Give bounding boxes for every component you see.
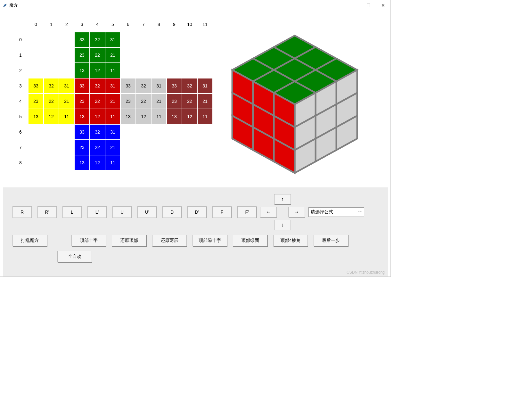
net-cell-left[interactable]: 31 (59, 78, 74, 93)
net-cell-right[interactable]: 11 (152, 109, 166, 124)
step-button-7[interactable]: 最后一步 (314, 235, 348, 246)
net-cell-bottom[interactable]: 32 (90, 125, 105, 139)
auto-solve-button[interactable]: 全自动 (57, 251, 92, 262)
net-cell-top[interactable]: 12 (90, 63, 105, 78)
step-button-0[interactable]: 打乱魔方 (12, 235, 47, 246)
rotate-down-button[interactable]: ↓ (274, 220, 291, 230)
net-cell-back[interactable]: 21 (198, 94, 212, 109)
grid-header: 2 (59, 17, 74, 32)
grid-header: 1 (44, 17, 59, 32)
grid-header (136, 125, 151, 139)
net-cell-left[interactable]: 22 (44, 94, 59, 109)
step-button-6[interactable]: 顶部4棱角 (273, 235, 308, 246)
move-F-button[interactable]: F (212, 206, 232, 218)
net-cell-back[interactable]: 23 (167, 94, 182, 109)
grid-header (182, 32, 197, 47)
watermark: CSDN @zhouzhurong (347, 270, 385, 275)
net-cell-front[interactable]: 13 (75, 109, 89, 124)
rotate-left-button[interactable]: ← (260, 207, 277, 217)
rotation-dpad: ↑ ← → ↓ (262, 194, 303, 230)
net-cell-top[interactable]: 11 (105, 63, 120, 78)
move-U-button[interactable]: U (112, 206, 132, 218)
net-cell-top[interactable]: 23 (75, 48, 89, 62)
net-cell-right[interactable]: 31 (152, 78, 166, 93)
grid-header: 10 (182, 17, 197, 32)
net-cell-back[interactable]: 12 (182, 109, 197, 124)
net-cell-right[interactable]: 32 (136, 78, 151, 93)
net-cell-back[interactable]: 33 (167, 78, 182, 93)
net-cell-front[interactable]: 21 (105, 94, 120, 109)
grid-header (136, 63, 151, 78)
net-cell-front[interactable]: 22 (90, 94, 105, 109)
net-cell-back[interactable]: 31 (198, 78, 212, 93)
net-cell-back[interactable]: 13 (167, 109, 182, 124)
grid-header (121, 155, 135, 170)
net-cell-bottom[interactable]: 31 (105, 125, 120, 139)
grid-header (182, 155, 197, 170)
grid-header (136, 48, 151, 62)
net-cell-bottom[interactable]: 23 (75, 140, 89, 155)
net-cell-top[interactable]: 21 (105, 48, 120, 62)
net-cell-top[interactable]: 31 (105, 32, 120, 47)
net-cell-back[interactable]: 22 (182, 94, 197, 109)
net-cell-left[interactable]: 11 (59, 109, 74, 124)
net-cell-bottom[interactable]: 12 (90, 155, 105, 170)
grid-header: 4 (90, 17, 105, 32)
step-button-3[interactable]: 还原两层 (152, 235, 187, 246)
move-D-button[interactable]: D (162, 206, 182, 218)
step-button-1[interactable]: 顶部十字 (71, 235, 106, 246)
net-cell-front[interactable]: 31 (105, 78, 120, 93)
move-R-button[interactable]: R (12, 206, 32, 218)
net-cell-bottom[interactable]: 11 (105, 155, 120, 170)
move-Uprime-button[interactable]: U' (137, 206, 157, 218)
minimize-button[interactable]: — (346, 0, 361, 11)
grid-header (167, 140, 182, 155)
step-button-2[interactable]: 还原顶部 (112, 235, 146, 246)
net-cell-back[interactable]: 32 (182, 78, 197, 93)
move-Dprime-button[interactable]: D' (187, 206, 207, 218)
net-cell-right[interactable]: 13 (121, 109, 135, 124)
net-cell-bottom[interactable]: 21 (105, 140, 120, 155)
net-cell-left[interactable]: 23 (29, 94, 43, 109)
net-cell-top[interactable]: 32 (90, 32, 105, 47)
net-cell-top[interactable]: 13 (75, 63, 89, 78)
grid-header (59, 125, 74, 139)
move-Rprime-button[interactable]: R' (37, 206, 57, 218)
move-Lprime-button[interactable]: L' (87, 206, 107, 218)
net-cell-front[interactable]: 11 (105, 109, 120, 124)
net-cell-left[interactable]: 33 (29, 78, 43, 93)
net-cell-left[interactable]: 32 (44, 78, 59, 93)
net-cell-left[interactable]: 21 (59, 94, 74, 109)
maximize-button[interactable]: ☐ (361, 0, 376, 11)
net-cell-left[interactable]: 12 (44, 109, 59, 124)
net-cell-top[interactable]: 33 (75, 32, 89, 47)
grid-header (198, 125, 212, 139)
net-cell-right[interactable]: 22 (136, 94, 151, 109)
rotate-right-button[interactable]: → (288, 207, 305, 217)
net-cell-right[interactable]: 33 (121, 78, 135, 93)
step-button-5[interactable]: 顶部绿面 (233, 235, 267, 246)
grid-header (13, 17, 28, 32)
move-L-button[interactable]: L (62, 206, 82, 218)
move-Fprime-button[interactable]: F' (237, 206, 257, 218)
net-cell-top[interactable]: 22 (90, 48, 105, 62)
net-cell-bottom[interactable]: 22 (90, 140, 105, 155)
grid-header (59, 63, 74, 78)
rotate-up-button[interactable]: ↑ (274, 194, 291, 204)
formula-select[interactable]: 请选择公式 ﹀ (308, 207, 364, 217)
net-cell-bottom[interactable]: 13 (75, 155, 89, 170)
net-cell-front[interactable]: 33 (75, 78, 89, 93)
grid-header (136, 32, 151, 47)
net-cell-left[interactable]: 13 (29, 109, 43, 124)
net-cell-back[interactable]: 11 (198, 109, 212, 124)
net-cell-front[interactable]: 23 (75, 94, 89, 109)
close-button[interactable]: ✕ (376, 0, 390, 11)
net-cell-right[interactable]: 23 (121, 94, 135, 109)
net-cell-front[interactable]: 32 (90, 78, 105, 93)
step-button-4[interactable]: 顶部绿十字 (193, 235, 227, 246)
net-cell-right[interactable]: 21 (152, 94, 166, 109)
net-cell-front[interactable]: 12 (90, 109, 105, 124)
net-cell-bottom[interactable]: 33 (75, 125, 89, 139)
chevron-down-icon: ﹀ (358, 210, 362, 215)
net-cell-right[interactable]: 12 (136, 109, 151, 124)
